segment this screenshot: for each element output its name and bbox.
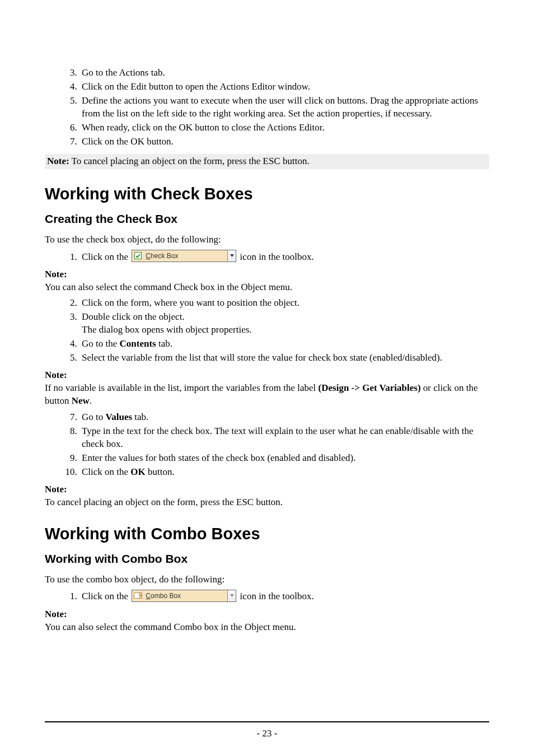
subheading-creating-check-box: Creating the Check Box	[45, 212, 489, 226]
checkbox-icon	[132, 250, 143, 262]
list-item: Click on the Check Box icon in the toolb…	[79, 251, 489, 264]
li-text: button.	[146, 466, 175, 477]
intro-text-b: To use the combo box object, do the foll…	[45, 573, 489, 586]
li-text: Click on the	[82, 466, 130, 477]
note-label: Note:	[45, 609, 67, 619]
svg-rect-0	[134, 253, 141, 259]
li-post-text: icon in the toolbox.	[237, 251, 313, 262]
li-text: Go to	[82, 412, 106, 422]
note-block-b: Note: You can also select the command Ch…	[45, 268, 489, 294]
subheading-working-combo-box: Working with Combo Box	[45, 552, 489, 566]
li-bold: Contents	[120, 338, 156, 349]
note-bar-a: Note: To cancel placing an object on the…	[45, 154, 489, 169]
check-box-toolbox-button: Check Box	[132, 250, 236, 262]
note-text: You can also select the command Check bo…	[45, 282, 292, 292]
li-pre-text: Click on the	[82, 251, 130, 262]
li-post-text: icon in the toolbox.	[237, 591, 313, 601]
list-item: When ready, click on the OK button to cl…	[79, 122, 489, 134]
page-footer: - 23 -	[45, 721, 489, 739]
instruction-list-b: Click on the Check Box icon in the toolb…	[45, 251, 489, 264]
instruction-list-e: Click on the Combo Box icon in the toolb…	[45, 590, 489, 603]
chevron-down-icon	[227, 250, 236, 262]
list-item: Go to the Contents tab.	[79, 338, 489, 351]
note-label: Note:	[45, 484, 67, 494]
list-item: Define the actions you want to execute w…	[79, 95, 489, 120]
list-item-sub: The dialog box opens with object propert…	[82, 324, 489, 337]
list-item: Double click on the object. The dialog b…	[79, 311, 489, 337]
note-bold: (Design -> Get Variables)	[318, 382, 421, 393]
note-text: To cancel placing an object on the form,…	[72, 156, 310, 166]
heading-check-boxes: Working with Check Boxes	[45, 185, 489, 203]
list-item: Click on the OK button.	[79, 136, 489, 148]
footer-rule	[45, 721, 489, 722]
list-item: Click on the OK button.	[79, 466, 489, 479]
list-item: Click on the form, where you want to pos…	[79, 297, 489, 310]
note-text: .	[90, 395, 92, 406]
page-number: - 23 -	[45, 728, 489, 739]
list-item: Type in the text for the check box. The …	[79, 425, 489, 451]
li-pre-text: Click on the	[82, 591, 130, 601]
instruction-list-a: Go to the Actions tab. Click on the Edit…	[45, 67, 489, 148]
combobox-icon	[132, 590, 143, 601]
list-item: Select the variable from the list that w…	[79, 352, 489, 365]
note-text: You can also select the command Combo bo…	[45, 622, 296, 632]
note-label: Note:	[45, 269, 67, 279]
note-bold: New	[72, 395, 90, 406]
note-label: Note:	[45, 370, 67, 380]
chevron-down-icon	[227, 590, 236, 601]
li-bold: Values	[106, 412, 133, 422]
li-text: Go to the	[82, 338, 120, 349]
note-block-e: Note: You can also select the command Co…	[45, 608, 489, 634]
instruction-list-c: Click on the form, where you want to pos…	[45, 297, 489, 365]
li-text: tab.	[156, 338, 172, 349]
list-item: Click on the Combo Box icon in the toolb…	[79, 590, 489, 603]
note-text: If no variable is available in the list,…	[45, 382, 318, 393]
list-item: Go to the Actions tab.	[79, 67, 489, 80]
intro-text-a: To use the check box object, do the foll…	[45, 234, 489, 246]
check-box-label: Check Box	[143, 250, 227, 262]
note-block-d: Note: To cancel placing an object on the…	[45, 483, 489, 509]
note-text: To cancel placing an object on the form,…	[45, 497, 283, 507]
list-item: Enter the values for both states of the …	[79, 452, 489, 465]
combo-box-toolbox-button: Combo Box	[132, 590, 236, 602]
note-block-c: Note: If no variable is available in the…	[45, 369, 489, 408]
instruction-list-d: Go to Values tab. Type in the text for t…	[45, 411, 489, 479]
list-item: Click on the Edit button to open the Act…	[79, 81, 489, 94]
list-item: Go to Values tab.	[79, 411, 489, 424]
combo-box-label: Combo Box	[143, 590, 227, 601]
li-bold: OK	[130, 466, 145, 477]
heading-combo-boxes: Working with Combo Boxes	[45, 525, 489, 543]
li-text: tab.	[132, 412, 148, 422]
note-label: Note:	[47, 156, 69, 166]
